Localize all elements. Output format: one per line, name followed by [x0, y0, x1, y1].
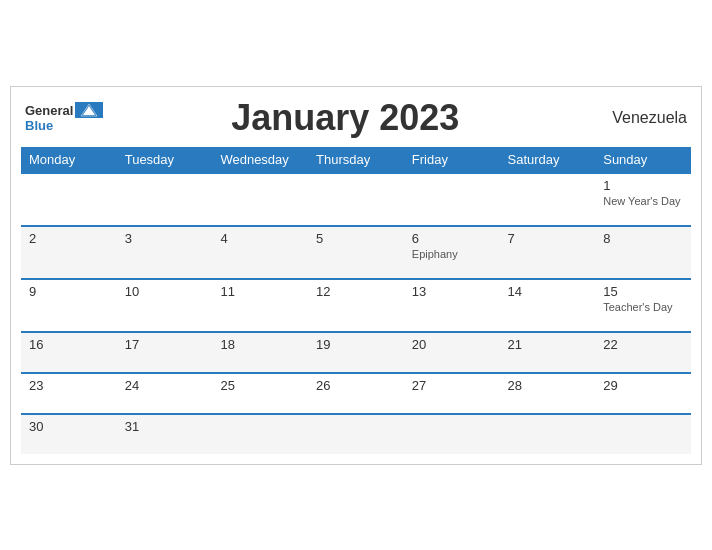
calendar-week-row: 16171819202122 — [21, 332, 691, 373]
day-number: 11 — [220, 284, 300, 299]
calendar-cell: 13 — [404, 279, 500, 332]
day-number: 9 — [29, 284, 109, 299]
calendar-cell: 10 — [117, 279, 213, 332]
calendar-cell: 14 — [500, 279, 596, 332]
calendar-cell: 20 — [404, 332, 500, 373]
calendar-cell: 21 — [500, 332, 596, 373]
weekday-header-tuesday: Tuesday — [117, 147, 213, 173]
day-number: 18 — [220, 337, 300, 352]
calendar-cell — [404, 173, 500, 226]
weekday-header-thursday: Thursday — [308, 147, 404, 173]
logo-flag-icon — [75, 102, 103, 118]
day-number: 29 — [603, 378, 683, 393]
calendar-cell — [308, 414, 404, 454]
day-number: 24 — [125, 378, 205, 393]
weekday-header-monday: Monday — [21, 147, 117, 173]
calendar-cell — [212, 173, 308, 226]
calendar-cell: 3 — [117, 226, 213, 279]
weekday-header-row: MondayTuesdayWednesdayThursdayFridaySatu… — [21, 147, 691, 173]
day-number: 30 — [29, 419, 109, 434]
day-number: 25 — [220, 378, 300, 393]
calendar-cell: 25 — [212, 373, 308, 414]
calendar-cell — [595, 414, 691, 454]
calendar-cell — [21, 173, 117, 226]
calendar-week-row: 9101112131415Teacher's Day — [21, 279, 691, 332]
day-number: 21 — [508, 337, 588, 352]
weekday-header-friday: Friday — [404, 147, 500, 173]
calendar-cell — [404, 414, 500, 454]
logo-general-text: General — [25, 103, 73, 118]
calendar-week-row: 3031 — [21, 414, 691, 454]
weekday-header-sunday: Sunday — [595, 147, 691, 173]
day-number: 16 — [29, 337, 109, 352]
calendar-cell: 27 — [404, 373, 500, 414]
day-number: 14 — [508, 284, 588, 299]
calendar-header: General Blue January 2023 Venezuela — [21, 97, 691, 139]
day-number: 6 — [412, 231, 492, 246]
day-number: 8 — [603, 231, 683, 246]
day-number: 1 — [603, 178, 683, 193]
day-number: 31 — [125, 419, 205, 434]
day-number: 7 — [508, 231, 588, 246]
calendar-cell: 9 — [21, 279, 117, 332]
day-number: 5 — [316, 231, 396, 246]
day-number: 2 — [29, 231, 109, 246]
calendar-cell: 22 — [595, 332, 691, 373]
calendar-cell: 28 — [500, 373, 596, 414]
day-number: 26 — [316, 378, 396, 393]
calendar-cell: 8 — [595, 226, 691, 279]
calendar-cell: 16 — [21, 332, 117, 373]
calendar-cell: 17 — [117, 332, 213, 373]
calendar-cell: 19 — [308, 332, 404, 373]
calendar-week-row: 23456Epiphany78 — [21, 226, 691, 279]
calendar-cell: 7 — [500, 226, 596, 279]
day-number: 3 — [125, 231, 205, 246]
calendar-cell: 11 — [212, 279, 308, 332]
calendar-cell: 30 — [21, 414, 117, 454]
weekday-header-wednesday: Wednesday — [212, 147, 308, 173]
calendar-cell — [117, 173, 213, 226]
day-event: Teacher's Day — [603, 301, 683, 313]
calendar-cell — [500, 173, 596, 226]
calendar-cell: 2 — [21, 226, 117, 279]
calendar-cell: 23 — [21, 373, 117, 414]
calendar-cell — [308, 173, 404, 226]
day-number: 4 — [220, 231, 300, 246]
calendar-cell: 31 — [117, 414, 213, 454]
day-number: 28 — [508, 378, 588, 393]
calendar-week-row: 23242526272829 — [21, 373, 691, 414]
calendar-grid: MondayTuesdayWednesdayThursdayFridaySatu… — [21, 147, 691, 454]
calendar-cell: 18 — [212, 332, 308, 373]
calendar-country: Venezuela — [587, 109, 687, 127]
calendar-container: General Blue January 2023 Venezuela Mond… — [10, 86, 702, 465]
day-event: New Year's Day — [603, 195, 683, 207]
logo-blue-text: Blue — [25, 118, 53, 133]
day-number: 13 — [412, 284, 492, 299]
calendar-week-row: 1New Year's Day — [21, 173, 691, 226]
calendar-cell: 29 — [595, 373, 691, 414]
day-number: 15 — [603, 284, 683, 299]
weekday-header-saturday: Saturday — [500, 147, 596, 173]
day-number: 19 — [316, 337, 396, 352]
calendar-cell: 4 — [212, 226, 308, 279]
day-number: 17 — [125, 337, 205, 352]
day-number: 22 — [603, 337, 683, 352]
calendar-title: January 2023 — [103, 97, 587, 139]
day-event: Epiphany — [412, 248, 492, 260]
calendar-cell: 24 — [117, 373, 213, 414]
logo: General Blue — [25, 102, 103, 133]
day-number: 10 — [125, 284, 205, 299]
calendar-cell: 5 — [308, 226, 404, 279]
calendar-cell: 26 — [308, 373, 404, 414]
calendar-cell: 6Epiphany — [404, 226, 500, 279]
calendar-cell — [212, 414, 308, 454]
day-number: 27 — [412, 378, 492, 393]
day-number: 12 — [316, 284, 396, 299]
calendar-cell: 1New Year's Day — [595, 173, 691, 226]
day-number: 23 — [29, 378, 109, 393]
day-number: 20 — [412, 337, 492, 352]
calendar-cell: 12 — [308, 279, 404, 332]
calendar-cell — [500, 414, 596, 454]
calendar-cell: 15Teacher's Day — [595, 279, 691, 332]
